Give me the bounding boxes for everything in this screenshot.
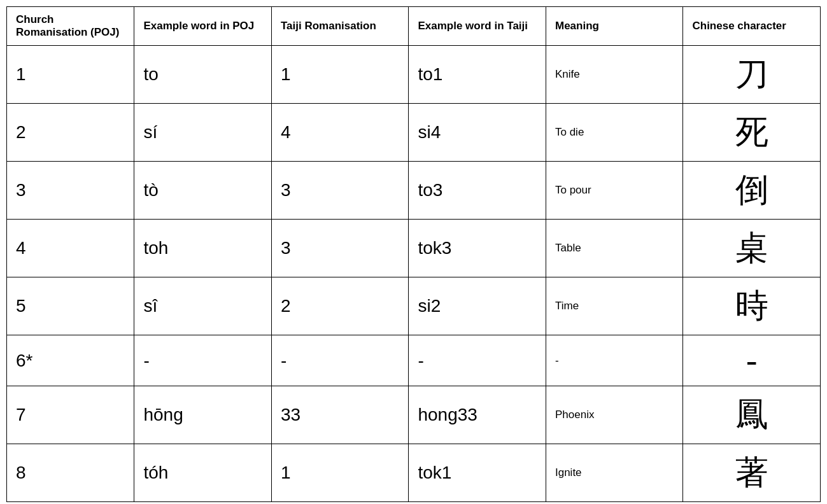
cell-taiji-word: hong33 [409, 386, 546, 444]
cell-poj-num: 8 [7, 444, 134, 502]
cell-chinese: 桌 [683, 220, 821, 277]
cell-taiji-num: 33 [271, 386, 409, 444]
cell-poj-num: 4 [7, 220, 134, 277]
table-row: 6*----- [7, 335, 821, 386]
cell-poj-word: tóh [134, 444, 272, 502]
cell-chinese: - [683, 335, 821, 386]
cell-poj-num: 6* [7, 335, 134, 386]
cell-poj-word: toh [134, 220, 272, 277]
cell-taiji-num: 3 [271, 220, 409, 277]
cell-poj-num: 5 [7, 277, 134, 335]
cell-taiji-word: to3 [409, 162, 546, 220]
cell-poj-num: 1 [7, 46, 134, 104]
page-container: Church Romanisation (POJ) Example word i… [6, 6, 821, 504]
cell-taiji-word: to1 [409, 46, 546, 104]
cell-meaning: Knife [546, 46, 683, 104]
cell-taiji-num: 3 [271, 162, 409, 220]
table-row: 3tò3to3To pour倒 [7, 162, 821, 220]
header-row: Church Romanisation (POJ) Example word i… [7, 7, 821, 46]
cell-meaning: Time [546, 277, 683, 335]
table-row: 4toh3tok3Table桌 [7, 220, 821, 277]
cell-meaning: Phoenix [546, 386, 683, 444]
cell-taiji-num: 1 [271, 444, 409, 502]
header-poj: Church Romanisation (POJ) [7, 7, 134, 46]
cell-chinese: 時 [683, 277, 821, 335]
table-row: 8tóh1tok1Ignite著 [7, 444, 821, 502]
cell-poj-word: tò [134, 162, 272, 220]
cell-poj-num: 7 [7, 386, 134, 444]
cell-taiji-word: - [409, 335, 546, 386]
header-poj-word: Example word in POJ [134, 7, 272, 46]
cell-meaning: To die [546, 104, 683, 162]
cell-poj-word: - [134, 335, 272, 386]
header-chinese: Chinese character [683, 7, 821, 46]
cell-meaning: - [546, 335, 683, 386]
cell-poj-word: sí [134, 104, 272, 162]
table-row: 5sî2si2Time時 [7, 277, 821, 335]
table-row: 7hōng33hong33Phoenix鳳 [7, 386, 821, 444]
cell-taiji-word: si2 [409, 277, 546, 335]
cell-meaning: To pour [546, 162, 683, 220]
cell-taiji-num: 1 [271, 46, 409, 104]
cell-poj-num: 2 [7, 104, 134, 162]
cell-taiji-num: 2 [271, 277, 409, 335]
cell-poj-word: sî [134, 277, 272, 335]
cell-chinese: 刀 [683, 46, 821, 104]
cell-poj-word: hōng [134, 386, 272, 444]
romanisation-table: Church Romanisation (POJ) Example word i… [6, 6, 821, 502]
cell-taiji-num: 4 [271, 104, 409, 162]
cell-chinese: 死 [683, 104, 821, 162]
table-row: 1to1to1Knife刀 [7, 46, 821, 104]
cell-taiji-word: si4 [409, 104, 546, 162]
cell-taiji-word: tok3 [409, 220, 546, 277]
cell-chinese: 倒 [683, 162, 821, 220]
cell-chinese: 鳳 [683, 386, 821, 444]
cell-poj-num: 3 [7, 162, 134, 220]
header-taiji-word: Example word in Taiji [409, 7, 546, 46]
cell-taiji-num: - [271, 335, 409, 386]
cell-chinese: 著 [683, 444, 821, 502]
cell-meaning: Ignite [546, 444, 683, 502]
cell-meaning: Table [546, 220, 683, 277]
cell-poj-word: to [134, 46, 272, 104]
table-row: 2sí4si4To die死 [7, 104, 821, 162]
header-meaning: Meaning [546, 7, 683, 46]
header-taiji: Taiji Romanisation [271, 7, 409, 46]
cell-taiji-word: tok1 [409, 444, 546, 502]
